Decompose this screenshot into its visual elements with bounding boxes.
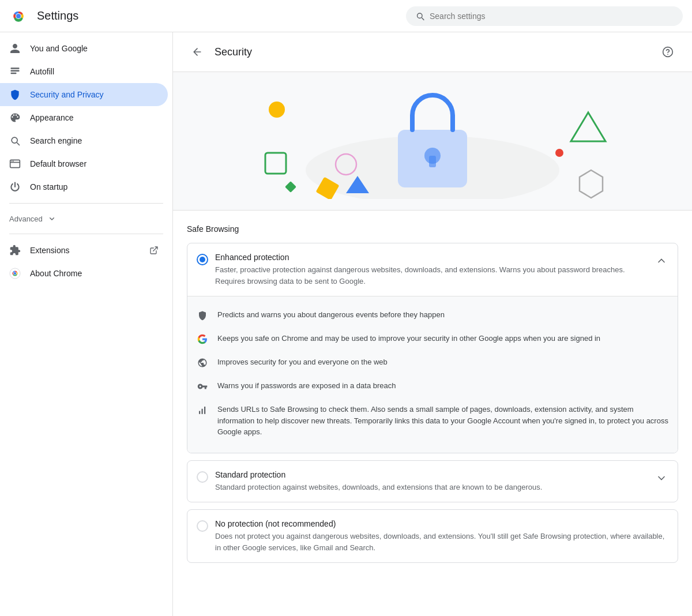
detail-item-globe: Improves security for you and everyone o… xyxy=(197,351,668,374)
svg-rect-6 xyxy=(11,70,20,72)
sidebar-item-security-privacy[interactable]: Security and Privacy xyxy=(0,83,168,106)
svg-marker-27 xyxy=(571,112,606,141)
svg-rect-22 xyxy=(265,153,286,174)
help-icon xyxy=(662,46,674,58)
topbar: Settings xyxy=(0,0,692,32)
detail-text-3: Improves security for you and everyone o… xyxy=(217,356,388,368)
shield-icon xyxy=(9,89,21,100)
svg-rect-30 xyxy=(199,411,200,414)
svg-rect-7 xyxy=(11,73,17,74)
no-protection-content: No protection (not recommended) Does not… xyxy=(215,519,668,553)
sidebar-item-about-chrome[interactable]: About Chrome xyxy=(0,262,168,285)
enhanced-details: Predicts and warns you about dangerous e… xyxy=(187,296,678,453)
enhanced-radio[interactable] xyxy=(197,254,208,265)
svg-rect-31 xyxy=(202,409,203,414)
svg-marker-29 xyxy=(580,170,603,198)
svg-point-4 xyxy=(16,14,21,18)
autofill-icon xyxy=(9,66,21,77)
detail-item-shield: Predicts and warns you about dangerous e… xyxy=(197,303,668,327)
search-input[interactable] xyxy=(430,12,674,21)
search-icon xyxy=(415,11,425,21)
detail-item-key: Warns you if passwords are exposed in a … xyxy=(197,374,668,398)
no-protection-header[interactable]: No protection (not recommended) Does not… xyxy=(187,510,678,562)
sidebar-item-on-startup[interactable]: On startup xyxy=(0,175,168,198)
palette-icon xyxy=(9,112,21,123)
enhanced-content: Enhanced protection Faster, proactive pr… xyxy=(215,253,648,287)
sidebar-advanced-section[interactable]: Advanced xyxy=(0,208,172,229)
security-illustration xyxy=(231,84,634,199)
no-protection-desc: Does not protect you against dangerous w… xyxy=(215,531,668,553)
sidebar-item-label: Security and Privacy xyxy=(30,90,104,99)
browser-icon xyxy=(9,158,21,170)
safe-browsing-section: Safe Browsing Enhanced protection Faster… xyxy=(173,211,692,584)
puzzle-icon xyxy=(9,245,21,256)
svg-rect-20 xyxy=(429,156,436,167)
sidebar-item-label: You and Google xyxy=(30,44,88,53)
chevron-down-icon xyxy=(656,472,667,484)
detail-text-5: Sends URLs to Safe Browsing to check the… xyxy=(217,404,668,438)
app-container: Settings You and Google Autofil xyxy=(0,0,692,616)
help-button[interactable] xyxy=(657,42,678,62)
detail-item-chart: Sends URLs to Safe Browsing to check the… xyxy=(197,398,668,444)
sidebar-item-appearance[interactable]: Appearance xyxy=(0,106,168,129)
svg-point-21 xyxy=(269,102,285,118)
standard-content: Standard protection Standard protection … xyxy=(215,470,648,493)
standard-expand-icon[interactable] xyxy=(655,471,668,485)
back-arrow-icon xyxy=(191,46,203,58)
chevron-down-icon xyxy=(47,214,57,223)
standard-radio[interactable] xyxy=(197,471,208,483)
page-title: Security xyxy=(215,46,252,58)
chevron-up-icon xyxy=(656,255,667,266)
chrome-nav-icon xyxy=(9,268,21,279)
standard-title: Standard protection xyxy=(215,470,648,479)
enhanced-title: Enhanced protection xyxy=(215,253,648,262)
sidebar-item-label: Appearance xyxy=(30,113,74,122)
hero-illustration xyxy=(173,72,692,211)
standard-protection-header[interactable]: Standard protection Standard protection … xyxy=(187,461,678,502)
svg-rect-32 xyxy=(204,407,205,414)
sidebar-item-default-browser[interactable]: Default browser xyxy=(0,152,168,175)
globe-icon xyxy=(197,357,208,369)
detail-item-google: Keeps you safe on Chrome and may be used… xyxy=(197,327,668,351)
standard-protection-option: Standard protection Standard protection … xyxy=(187,460,678,503)
safe-browsing-title: Safe Browsing xyxy=(187,224,678,234)
chrome-logo-icon xyxy=(9,7,28,25)
detail-text-1: Predicts and warns you about dangerous e… xyxy=(217,309,445,321)
external-link-icon xyxy=(149,246,159,255)
sidebar-divider xyxy=(9,203,163,204)
detail-text-4: Warns you if passwords are exposed in a … xyxy=(217,380,396,392)
no-protection-title: No protection (not recommended) xyxy=(215,519,668,528)
sidebar-item-label: About Chrome xyxy=(30,269,82,278)
sidebar-item-autofill[interactable]: Autofill xyxy=(0,60,168,83)
svg-point-10 xyxy=(12,161,13,162)
sidebar-item-label: Extensions xyxy=(30,246,69,255)
person-icon xyxy=(9,43,21,54)
content-header-left: Security xyxy=(187,42,252,62)
power-icon xyxy=(9,181,21,193)
detail-text-2: Keeps you safe on Chrome and may be used… xyxy=(217,333,600,344)
svg-rect-5 xyxy=(11,67,20,69)
content-area: Security xyxy=(173,32,692,616)
main-layout: You and Google Autofill Security and Pri… xyxy=(0,32,692,616)
detail-shield-icon xyxy=(197,310,208,321)
enhanced-protection-header[interactable]: Enhanced protection Faster, proactive pr… xyxy=(187,243,678,296)
sidebar-item-label: Search engine xyxy=(30,136,82,145)
sidebar-item-label: Default browser xyxy=(30,159,86,168)
sidebar-item-label: Autofill xyxy=(30,67,54,76)
search-bar xyxy=(406,6,683,26)
back-button[interactable] xyxy=(187,42,208,62)
enhanced-expand-icon[interactable] xyxy=(655,254,668,268)
sidebar-item-search-engine[interactable]: Search engine xyxy=(0,129,168,152)
key-icon xyxy=(197,381,208,392)
standard-desc: Standard protection against websites, do… xyxy=(215,482,648,493)
sidebar: You and Google Autofill Security and Pri… xyxy=(0,32,173,616)
no-protection-radio[interactable] xyxy=(197,520,208,532)
svg-point-16 xyxy=(667,54,668,55)
sidebar-item-extensions[interactable]: Extensions xyxy=(0,239,168,262)
chart-icon xyxy=(197,404,208,416)
content-header: Security xyxy=(173,32,692,72)
sidebar-item-you-google[interactable]: You and Google xyxy=(0,37,168,60)
no-protection-option: No protection (not recommended) Does not… xyxy=(187,509,678,563)
google-g-icon xyxy=(197,333,208,345)
sidebar-item-label: On startup xyxy=(30,182,67,191)
